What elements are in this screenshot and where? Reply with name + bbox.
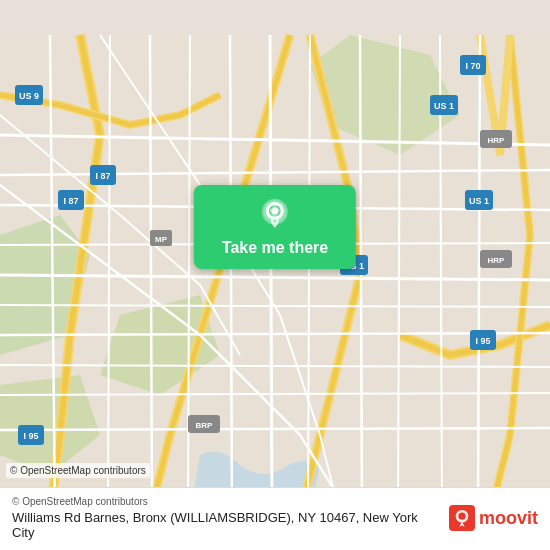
svg-text:US 1: US 1 [434, 101, 454, 111]
svg-text:US 9: US 9 [19, 91, 39, 101]
location-pin-icon [257, 197, 293, 233]
bottom-bar: © OpenStreetMap contributors Williams Rd… [0, 487, 550, 550]
svg-text:I 95: I 95 [23, 431, 38, 441]
svg-text:I 70: I 70 [465, 61, 480, 71]
svg-text:BRP: BRP [196, 421, 214, 430]
take-me-there-button[interactable]: Take me there [194, 185, 356, 269]
svg-text:I 87: I 87 [63, 196, 78, 206]
svg-text:I 87: I 87 [95, 171, 110, 181]
take-me-there-label: Take me there [222, 239, 328, 257]
moovit-logo: moovit [449, 505, 538, 531]
location-text: Williams Rd Barnes, Bronx (WILLIAMSBRIDG… [12, 510, 432, 540]
moovit-logo-icon [449, 505, 475, 531]
bottom-left: © OpenStreetMap contributors Williams Rd… [12, 496, 432, 540]
svg-text:HRP: HRP [488, 136, 506, 145]
map-container: US 9 I 87 I 87 US 1 US 1 US 1 I 95 I 95 … [0, 0, 550, 550]
svg-point-58 [458, 513, 465, 520]
svg-text:HRP: HRP [488, 256, 506, 265]
moovit-logo-text: moovit [479, 508, 538, 529]
svg-text:US 1: US 1 [469, 196, 489, 206]
attribution-text: © OpenStreetMap contributors [12, 496, 432, 507]
svg-line-20 [270, 35, 272, 515]
svg-point-56 [272, 208, 279, 215]
svg-text:I 95: I 95 [475, 336, 490, 346]
svg-text:MP: MP [155, 235, 168, 244]
osm-attribution: © OpenStreetMap contributors [6, 463, 150, 478]
